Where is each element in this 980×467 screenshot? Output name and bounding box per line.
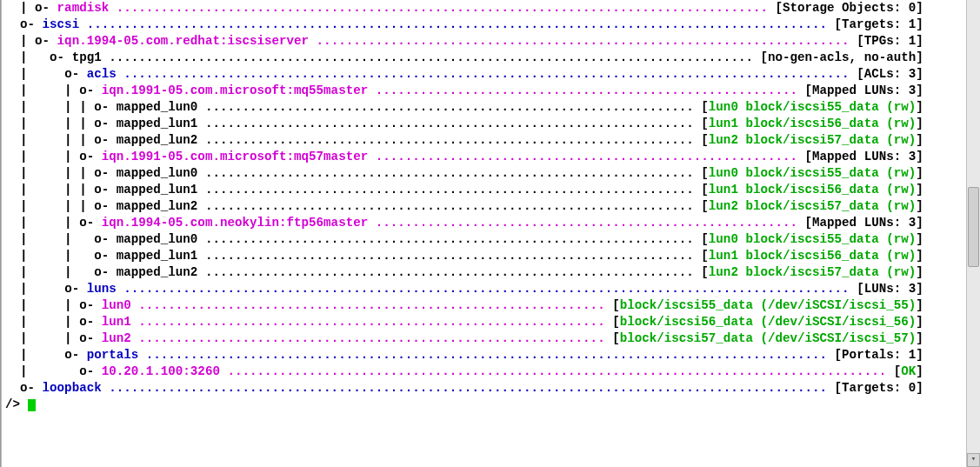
indent: | | <box>5 249 94 263</box>
node-label: loopback <box>43 381 110 395</box>
bracket: [ <box>701 166 709 180</box>
status-value: lun1 block/iscsi56_data (rw) <box>709 183 916 197</box>
filler-dots: ........................................… <box>123 67 849 81</box>
filler-dots: ........................................… <box>146 348 827 362</box>
tree-line: | | | o- mapped_lun1 ...................… <box>5 116 964 132</box>
filler-dots: ........................................… <box>123 282 849 296</box>
scrollbar[interactable]: ▾ <box>966 0 980 467</box>
bullet-icon: o- <box>94 265 117 279</box>
bullet-icon: o- <box>20 381 43 395</box>
filler-dots: ........................................… <box>109 381 827 395</box>
tree-line: | o- portals ...........................… <box>5 347 964 364</box>
bracket: [ <box>701 183 709 197</box>
node-label: iqn.1994-05.com.redhat:iscsiserver <box>57 34 317 48</box>
filler-dots: ........................................… <box>205 199 694 213</box>
bullet-icon: o- <box>79 298 102 312</box>
indent: | | <box>5 216 79 230</box>
bullet-icon: o- <box>64 348 87 362</box>
status-value: lun0 block/iscsi55_data (rw) <box>709 166 916 180</box>
status-text: [no-gen-acls, no-auth] <box>760 50 923 64</box>
indent: | | | <box>5 199 94 213</box>
status-text: [Storage Objects: 0] <box>775 1 923 15</box>
tree-line: | | o- lun0 ............................… <box>5 297 964 314</box>
prompt-line[interactable]: /> <box>5 397 964 413</box>
bracket: ] <box>916 265 923 279</box>
bullet-icon: o- <box>94 183 117 197</box>
tree-line: | | o- mapped_lun1 .....................… <box>5 248 964 264</box>
status-value: lun0 block/iscsi55_data (rw) <box>709 100 916 114</box>
tree-line: | | | o- mapped_lun2 ...................… <box>5 132 964 149</box>
status-text: [Mapped LUNs: 3] <box>805 216 923 230</box>
node-label: lun2 <box>102 331 139 345</box>
status-text: [ACLs: 3] <box>857 67 923 81</box>
filler-dots: ........................................… <box>138 315 604 329</box>
node-label: tpg1 <box>72 50 110 64</box>
filler-dots: ........................................… <box>205 166 694 180</box>
status-value: lun1 block/iscsi56_data (rw) <box>709 249 916 263</box>
tree-line: o- loopback ............................… <box>5 380 964 397</box>
bracket: [ <box>612 315 620 329</box>
bracket: ] <box>916 199 923 213</box>
node-label: mapped_lun1 <box>117 117 205 130</box>
bullet-icon: o- <box>35 1 57 15</box>
tree-line: | o- iqn.1994-05.com.redhat:iscsiserver … <box>5 33 964 50</box>
bracket: [ <box>894 364 902 378</box>
bullet-icon: o- <box>94 249 117 263</box>
node-label: mapped_lun1 <box>117 183 205 197</box>
scroll-down-button[interactable]: ▾ <box>967 453 980 467</box>
bullet-icon: o- <box>79 216 102 230</box>
indent: | | <box>5 83 79 97</box>
indent: | <box>5 348 64 362</box>
status-value: lun1 block/iscsi56_data (rw) <box>709 117 916 130</box>
prompt-text: /> <box>5 397 28 411</box>
indent: | <box>5 34 35 48</box>
bracket: [ <box>612 298 620 312</box>
indent: | <box>5 364 79 378</box>
tree-line: o- iscsi ...............................… <box>5 17 964 33</box>
bullet-icon: o- <box>79 331 102 345</box>
filler-dots: ........................................… <box>227 364 886 378</box>
indent: | <box>5 1 35 15</box>
bracket: ] <box>916 166 923 180</box>
filler-dots: ........................................… <box>117 1 768 15</box>
filler-dots: ........................................… <box>317 34 850 48</box>
bracket: [ <box>612 331 620 345</box>
indent: | | <box>5 232 94 246</box>
indent: | <box>5 282 64 296</box>
indent <box>5 17 20 31</box>
bullet-icon: o- <box>94 232 117 246</box>
filler-dots: ........................................… <box>376 216 797 230</box>
filler-dots: ........................................… <box>205 100 694 114</box>
tree-line: | o- 10.20.1.100:3260 ..................… <box>5 364 964 380</box>
indent: | | <box>5 315 79 329</box>
node-label: lun1 <box>102 315 139 329</box>
indent: | | | <box>5 166 94 180</box>
bracket: ] <box>916 117 923 130</box>
node-label: iqn.1991-05.com.microsoft:mq57master <box>102 150 376 163</box>
node-label: lun0 <box>102 298 139 312</box>
filler-dots: ........................................… <box>205 133 694 147</box>
bracket: ] <box>916 133 923 147</box>
tree-line: | | o- iqn.1991-05.com.microsoft:mq57mas… <box>5 149 964 165</box>
bullet-icon: o- <box>79 150 102 163</box>
bullet-icon: o- <box>79 364 102 378</box>
node-label: iqn.1994-05.com.neokylin:ftp56master <box>102 216 376 230</box>
tree-line: | | | o- mapped_lun0 ...................… <box>5 99 964 116</box>
status-value: lun2 block/iscsi57_data (rw) <box>709 199 916 213</box>
scroll-thumb[interactable] <box>968 187 979 267</box>
bracket: [ <box>701 100 709 114</box>
indent: | | <box>5 298 79 312</box>
node-label: iqn.1991-05.com.microsoft:mq55master <box>102 83 376 97</box>
indent: | <box>5 50 50 64</box>
status-value: block/iscsi55_data (/dev/iSCSI/iscsi_55) <box>620 298 917 312</box>
terminal-output: | o- ramdisk ...........................… <box>3 0 966 413</box>
bullet-icon: o- <box>94 133 117 147</box>
node-label: luns <box>87 282 124 296</box>
window-left-border <box>0 0 2 467</box>
node-label: mapped_lun2 <box>117 199 205 213</box>
node-label: mapped_lun2 <box>117 265 205 279</box>
bracket: [ <box>701 265 709 279</box>
filler-dots: ........................................… <box>376 150 797 163</box>
filler-dots: ........................................… <box>109 50 753 64</box>
bullet-icon: o- <box>94 100 117 114</box>
